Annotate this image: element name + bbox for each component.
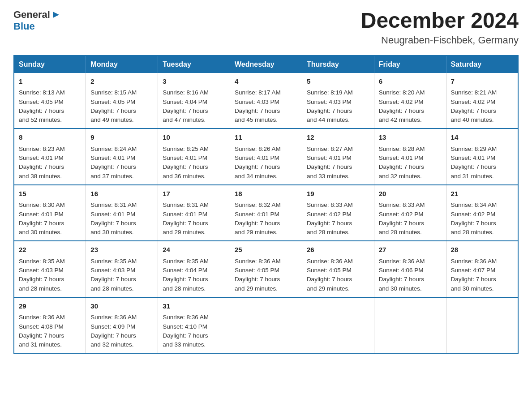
calendar-cell: 31 Sunrise: 8:36 AMSunset: 4:10 PMDaylig… bbox=[158, 297, 230, 354]
calendar-cell: 19 Sunrise: 8:33 AMSunset: 4:02 PMDaylig… bbox=[302, 185, 374, 241]
calendar-cell: 1 Sunrise: 8:13 AMSunset: 4:05 PMDayligh… bbox=[14, 73, 86, 129]
day-info: Sunrise: 8:36 AMSunset: 4:09 PMDaylight:… bbox=[90, 314, 137, 348]
calendar-cell: 11 Sunrise: 8:26 AMSunset: 4:01 PMDaylig… bbox=[230, 128, 302, 185]
calendar-cell: 3 Sunrise: 8:16 AMSunset: 4:04 PMDayligh… bbox=[158, 73, 230, 129]
calendar-cell: 8 Sunrise: 8:23 AMSunset: 4:01 PMDayligh… bbox=[14, 128, 86, 185]
day-info: Sunrise: 8:30 AMSunset: 4:01 PMDaylight:… bbox=[19, 201, 65, 235]
calendar-cell: 23 Sunrise: 8:35 AMSunset: 4:03 PMDaylig… bbox=[86, 241, 158, 297]
calendar-cell bbox=[230, 297, 302, 354]
day-info: Sunrise: 8:35 AMSunset: 4:04 PMDaylight:… bbox=[163, 258, 209, 292]
day-number: 7 bbox=[451, 77, 513, 87]
calendar-cell: 17 Sunrise: 8:31 AMSunset: 4:01 PMDaylig… bbox=[158, 185, 230, 241]
header-thursday: Thursday bbox=[302, 56, 374, 73]
day-info: Sunrise: 8:36 AMSunset: 4:08 PMDaylight:… bbox=[19, 314, 65, 348]
day-info: Sunrise: 8:36 AMSunset: 4:10 PMDaylight:… bbox=[163, 314, 209, 348]
calendar-table: Sunday Monday Tuesday Wednesday Thursday… bbox=[13, 55, 519, 354]
day-info: Sunrise: 8:36 AMSunset: 4:05 PMDaylight:… bbox=[307, 258, 353, 292]
day-info: Sunrise: 8:25 AMSunset: 4:01 PMDaylight:… bbox=[163, 146, 209, 180]
calendar-cell: 25 Sunrise: 8:36 AMSunset: 4:05 PMDaylig… bbox=[230, 241, 302, 297]
day-info: Sunrise: 8:36 AMSunset: 4:05 PMDaylight:… bbox=[235, 258, 281, 292]
day-info: Sunrise: 8:31 AMSunset: 4:01 PMDaylight:… bbox=[163, 201, 209, 235]
day-number: 3 bbox=[163, 77, 225, 87]
calendar-cell bbox=[374, 297, 446, 354]
day-info: Sunrise: 8:20 AMSunset: 4:02 PMDaylight:… bbox=[379, 89, 425, 123]
day-info: Sunrise: 8:19 AMSunset: 4:03 PMDaylight:… bbox=[307, 89, 353, 123]
calendar-cell: 28 Sunrise: 8:36 AMSunset: 4:07 PMDaylig… bbox=[446, 241, 518, 297]
day-number: 12 bbox=[307, 133, 369, 143]
month-title: December 2024 bbox=[361, 9, 519, 33]
calendar-week-row-1: 1 Sunrise: 8:13 AMSunset: 4:05 PMDayligh… bbox=[14, 73, 518, 129]
header-saturday: Saturday bbox=[446, 56, 518, 73]
calendar-cell: 18 Sunrise: 8:32 AMSunset: 4:01 PMDaylig… bbox=[230, 185, 302, 241]
day-number: 8 bbox=[19, 133, 81, 143]
day-info: Sunrise: 8:31 AMSunset: 4:01 PMDaylight:… bbox=[90, 201, 137, 235]
day-info: Sunrise: 8:15 AMSunset: 4:05 PMDaylight:… bbox=[90, 89, 137, 123]
calendar-cell: 26 Sunrise: 8:36 AMSunset: 4:05 PMDaylig… bbox=[302, 241, 374, 297]
logo-blue: Blue bbox=[13, 21, 35, 32]
day-info: Sunrise: 8:32 AMSunset: 4:01 PMDaylight:… bbox=[235, 201, 281, 235]
day-info: Sunrise: 8:36 AMSunset: 4:07 PMDaylight:… bbox=[451, 258, 497, 292]
calendar-cell bbox=[302, 297, 374, 354]
day-number: 13 bbox=[379, 133, 442, 143]
day-info: Sunrise: 8:33 AMSunset: 4:02 PMDaylight:… bbox=[379, 201, 425, 235]
calendar-cell: 13 Sunrise: 8:28 AMSunset: 4:01 PMDaylig… bbox=[374, 128, 446, 185]
logo-triangle-icon bbox=[51, 10, 61, 20]
day-number: 17 bbox=[163, 189, 225, 199]
day-number: 18 bbox=[235, 189, 297, 199]
day-info: Sunrise: 8:28 AMSunset: 4:01 PMDaylight:… bbox=[379, 146, 425, 180]
day-number: 10 bbox=[163, 133, 225, 143]
day-info: Sunrise: 8:23 AMSunset: 4:01 PMDaylight:… bbox=[19, 146, 65, 180]
day-info: Sunrise: 8:29 AMSunset: 4:01 PMDaylight:… bbox=[451, 146, 497, 180]
day-number: 21 bbox=[451, 189, 513, 199]
calendar-cell: 4 Sunrise: 8:17 AMSunset: 4:03 PMDayligh… bbox=[230, 73, 302, 129]
calendar-cell: 6 Sunrise: 8:20 AMSunset: 4:02 PMDayligh… bbox=[374, 73, 446, 129]
calendar-cell: 7 Sunrise: 8:21 AMSunset: 4:02 PMDayligh… bbox=[446, 73, 518, 129]
day-number: 20 bbox=[379, 189, 442, 199]
calendar-cell: 16 Sunrise: 8:31 AMSunset: 4:01 PMDaylig… bbox=[86, 185, 158, 241]
day-info: Sunrise: 8:24 AMSunset: 4:01 PMDaylight:… bbox=[90, 146, 137, 180]
day-number: 15 bbox=[19, 189, 81, 199]
calendar-cell: 14 Sunrise: 8:29 AMSunset: 4:01 PMDaylig… bbox=[446, 128, 518, 185]
calendar-cell: 15 Sunrise: 8:30 AMSunset: 4:01 PMDaylig… bbox=[14, 185, 86, 241]
day-info: Sunrise: 8:35 AMSunset: 4:03 PMDaylight:… bbox=[19, 258, 65, 292]
weekday-header-row: Sunday Monday Tuesday Wednesday Thursday… bbox=[14, 56, 518, 73]
day-number: 29 bbox=[19, 301, 81, 312]
day-info: Sunrise: 8:34 AMSunset: 4:02 PMDaylight:… bbox=[451, 201, 497, 235]
day-number: 25 bbox=[235, 245, 297, 255]
calendar-cell: 21 Sunrise: 8:34 AMSunset: 4:02 PMDaylig… bbox=[446, 185, 518, 241]
calendar-cell: 20 Sunrise: 8:33 AMSunset: 4:02 PMDaylig… bbox=[374, 185, 446, 241]
calendar-week-row-4: 22 Sunrise: 8:35 AMSunset: 4:03 PMDaylig… bbox=[14, 241, 518, 297]
logo: General Blue bbox=[13, 9, 61, 32]
day-info: Sunrise: 8:35 AMSunset: 4:03 PMDaylight:… bbox=[90, 258, 137, 292]
day-info: Sunrise: 8:16 AMSunset: 4:04 PMDaylight:… bbox=[163, 89, 209, 123]
day-number: 28 bbox=[451, 245, 513, 255]
svg-marker-0 bbox=[53, 12, 59, 18]
calendar-cell: 29 Sunrise: 8:36 AMSunset: 4:08 PMDaylig… bbox=[14, 297, 86, 354]
day-info: Sunrise: 8:17 AMSunset: 4:03 PMDaylight:… bbox=[235, 89, 281, 123]
calendar-cell: 9 Sunrise: 8:24 AMSunset: 4:01 PMDayligh… bbox=[86, 128, 158, 185]
day-number: 23 bbox=[90, 245, 153, 255]
day-number: 14 bbox=[451, 133, 513, 143]
logo-general: General bbox=[13, 9, 50, 21]
calendar-week-row-2: 8 Sunrise: 8:23 AMSunset: 4:01 PMDayligh… bbox=[14, 128, 518, 185]
day-info: Sunrise: 8:26 AMSunset: 4:01 PMDaylight:… bbox=[235, 146, 281, 180]
day-number: 22 bbox=[19, 245, 81, 255]
day-number: 26 bbox=[307, 245, 369, 255]
calendar-week-row-3: 15 Sunrise: 8:30 AMSunset: 4:01 PMDaylig… bbox=[14, 185, 518, 241]
day-number: 4 bbox=[235, 77, 297, 87]
day-number: 5 bbox=[307, 77, 369, 87]
day-number: 24 bbox=[163, 245, 225, 255]
page-header: General Blue December 2024 Neugraben-Fis… bbox=[13, 9, 519, 46]
title-area: December 2024 Neugraben-Fischbek, German… bbox=[361, 9, 519, 46]
calendar-cell: 24 Sunrise: 8:35 AMSunset: 4:04 PMDaylig… bbox=[158, 241, 230, 297]
calendar-cell: 22 Sunrise: 8:35 AMSunset: 4:03 PMDaylig… bbox=[14, 241, 86, 297]
location-title: Neugraben-Fischbek, Germany bbox=[361, 34, 519, 46]
header-friday: Friday bbox=[374, 56, 446, 73]
day-number: 1 bbox=[19, 77, 81, 87]
calendar-cell: 27 Sunrise: 8:36 AMSunset: 4:06 PMDaylig… bbox=[374, 241, 446, 297]
day-number: 16 bbox=[90, 189, 153, 199]
day-info: Sunrise: 8:13 AMSunset: 4:05 PMDaylight:… bbox=[19, 89, 65, 123]
header-sunday: Sunday bbox=[14, 56, 86, 73]
day-number: 19 bbox=[307, 189, 369, 199]
day-info: Sunrise: 8:27 AMSunset: 4:01 PMDaylight:… bbox=[307, 146, 353, 180]
